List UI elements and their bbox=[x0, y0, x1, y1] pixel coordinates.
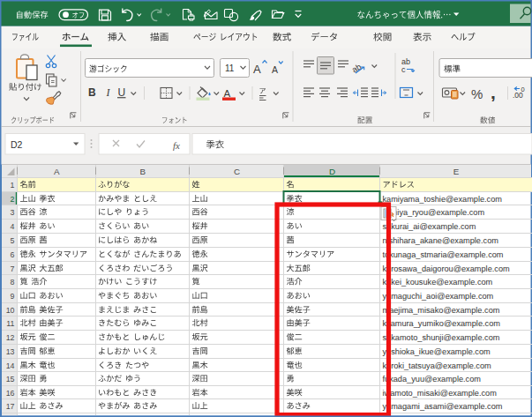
svg-text:tokunaga_stmaria@example.com: tokunaga_stmaria@example.com bbox=[383, 250, 504, 259]
svg-text:17: 17 bbox=[6, 402, 15, 411]
svg-text:%: % bbox=[471, 86, 483, 101]
svg-text:16: 16 bbox=[6, 389, 15, 398]
svg-text:yamagami_asami@example.com: yamagami_asami@example.com bbox=[383, 402, 503, 411]
svg-text:10: 10 bbox=[6, 306, 15, 315]
svg-text:2: 2 bbox=[11, 195, 15, 204]
svg-text:A: A bbox=[54, 167, 60, 176]
svg-text:nishihara_akane@example.com: nishihara_akane@example.com bbox=[383, 236, 499, 245]
svg-text:D2: D2 bbox=[11, 139, 23, 150]
svg-text:sakurai_ai@example.com: sakurai_ai@example.com bbox=[383, 222, 476, 231]
svg-text:A: A bbox=[253, 63, 261, 76]
svg-text:nishiya_ryou@example.com: nishiya_ryou@example.com bbox=[383, 208, 485, 217]
svg-text:C: C bbox=[234, 167, 240, 176]
svg-text:13: 13 bbox=[6, 347, 15, 356]
svg-text:A: A bbox=[224, 88, 231, 99]
svg-text:B: B bbox=[139, 167, 146, 176]
svg-text:7: 7 bbox=[11, 264, 15, 273]
svg-text:yamaguchi_aoi@example.com: yamaguchi_aoi@example.com bbox=[383, 292, 494, 301]
svg-text:kurosawa_daigorou@example.com: kurosawa_daigorou@example.com bbox=[383, 264, 510, 273]
svg-text:yoshioka_ikue@example.com: yoshioka_ikue@example.com bbox=[383, 347, 491, 356]
svg-text:5: 5 bbox=[11, 236, 15, 245]
svg-text:11: 11 bbox=[225, 63, 235, 73]
svg-text:A: A bbox=[272, 64, 278, 75]
svg-text:kakei_kousuke@example.com: kakei_kousuke@example.com bbox=[383, 278, 493, 287]
svg-text:E: E bbox=[453, 167, 460, 176]
svg-text:12: 12 bbox=[6, 333, 15, 342]
svg-text:c: c bbox=[401, 65, 406, 74]
svg-text:14: 14 bbox=[6, 361, 15, 370]
svg-text:D: D bbox=[329, 167, 335, 176]
svg-text:8: 8 bbox=[11, 278, 15, 287]
svg-text:fukada_yuu@example.com: fukada_yuu@example.com bbox=[383, 375, 482, 383]
svg-text:B: B bbox=[88, 86, 96, 99]
svg-text:sakamoto_shunji@example.com: sakamoto_shunji@example.com bbox=[383, 333, 500, 342]
svg-text:6: 6 bbox=[11, 250, 15, 259]
svg-text:3: 3 bbox=[11, 208, 15, 217]
svg-text:,: , bbox=[491, 82, 496, 102]
svg-text:.00: .00 bbox=[513, 91, 523, 100]
svg-text:11: 11 bbox=[6, 319, 14, 328]
svg-text:1: 1 bbox=[11, 181, 15, 190]
svg-text:U: U bbox=[118, 86, 126, 99]
svg-text:kamiyama_toshie@example.com: kamiyama_toshie@example.com bbox=[383, 195, 503, 204]
svg-text:15: 15 bbox=[6, 375, 15, 383]
svg-text:maejima_misako@example.com: maejima_misako@example.com bbox=[383, 306, 500, 315]
svg-text:9: 9 bbox=[11, 292, 15, 301]
svg-text:kitamura_yumiko@example.com: kitamura_yumiko@example.com bbox=[383, 319, 501, 328]
svg-text:iwamoto_misaki@example.com: iwamoto_misaki@example.com bbox=[383, 389, 498, 398]
svg-text:4: 4 bbox=[11, 222, 15, 231]
svg-text:kuroki_tatsuya@example.com: kuroki_tatsuya@example.com bbox=[383, 361, 492, 370]
svg-text:fx: fx bbox=[173, 140, 180, 151]
